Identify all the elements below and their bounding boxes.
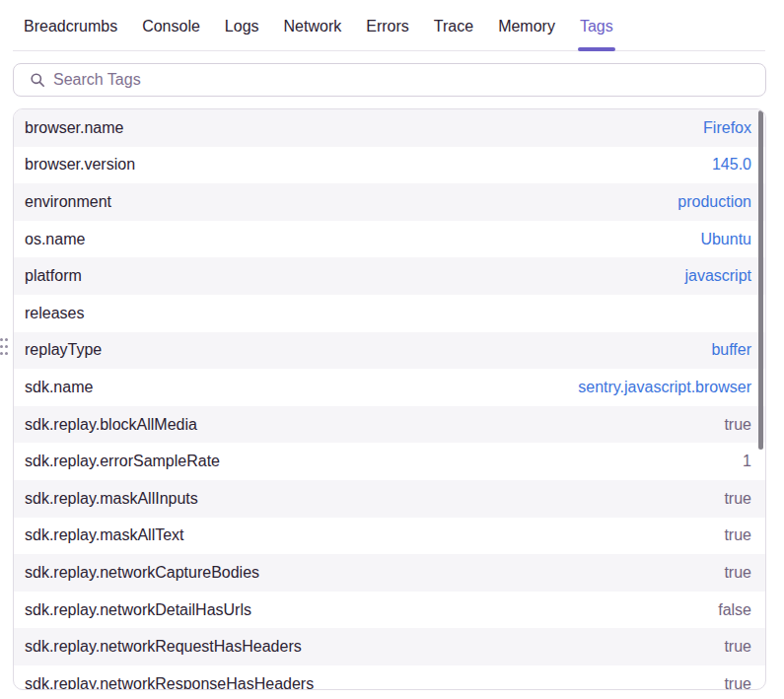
tag-key: os.name xyxy=(25,231,700,248)
tab-errors[interactable]: Errors xyxy=(366,17,409,51)
tags-table-rows: browser.name Firefox browser.version 145… xyxy=(14,109,765,690)
search-input[interactable] xyxy=(53,71,765,89)
tag-value-link[interactable]: production xyxy=(677,193,751,211)
tag-key: platform xyxy=(25,267,684,285)
drag-handle-icon[interactable] xyxy=(0,338,9,363)
tab-trace[interactable]: Trace xyxy=(434,17,473,51)
tag-value: 1 xyxy=(743,453,751,470)
table-row: replayType buffer xyxy=(14,332,765,370)
tag-key: replayType xyxy=(25,341,711,359)
tag-value-link[interactable]: Ubuntu xyxy=(700,231,751,248)
tags-table: browser.name Firefox browser.version 145… xyxy=(13,108,766,690)
tab-network[interactable]: Network xyxy=(284,17,342,51)
table-row: sdk.replay.networkResponseHasHeaders tru… xyxy=(14,665,765,690)
table-row: releases xyxy=(14,295,765,332)
scrollbar[interactable] xyxy=(758,110,763,450)
tag-key: sdk.replay.networkCaptureBodies xyxy=(25,564,724,582)
tag-value: true xyxy=(724,490,751,508)
tag-key: environment xyxy=(25,193,677,211)
tag-key: sdk.replay.networkRequestHasHeaders xyxy=(25,638,724,656)
tab-breadcrumbs[interactable]: Breadcrumbs xyxy=(24,17,117,51)
tag-value-link[interactable]: javascript xyxy=(684,267,751,285)
tag-key: browser.name xyxy=(25,119,703,137)
table-row: sdk.replay.maskAllText true xyxy=(14,518,765,555)
tab-bar: BreadcrumbsConsoleLogsNetworkErrorsTrace… xyxy=(0,0,784,51)
table-row: os.name Ubuntu xyxy=(14,221,765,258)
tag-value-link[interactable]: 145.0 xyxy=(712,156,751,174)
tag-key: sdk.replay.errorSampleRate xyxy=(25,453,743,470)
tag-key: sdk.replay.maskAllInputs xyxy=(25,490,724,508)
tag-key: sdk.replay.maskAllText xyxy=(25,526,724,544)
tag-value-link[interactable]: sentry.javascript.browser xyxy=(578,379,751,396)
tag-value: true xyxy=(724,675,751,690)
tag-value-link[interactable]: Firefox xyxy=(703,119,751,137)
table-row: sdk.replay.networkDetailHasUrls false xyxy=(14,592,765,629)
tag-key: browser.version xyxy=(25,156,712,174)
table-row: browser.name Firefox xyxy=(14,109,765,147)
tag-value: true xyxy=(724,416,751,434)
tag-value: true xyxy=(724,526,751,544)
table-row: sdk.replay.networkRequestHasHeaders true xyxy=(14,628,765,665)
tab-tags[interactable]: Tags xyxy=(580,17,613,51)
tag-value: false xyxy=(718,601,751,619)
tab-bar-divider xyxy=(13,50,765,51)
tag-key: sdk.replay.networkDetailHasUrls xyxy=(25,601,718,619)
tag-key: sdk.name xyxy=(25,379,578,396)
table-row: sdk.name sentry.javascript.browser xyxy=(14,369,765,406)
table-row: sdk.replay.blockAllMedia true xyxy=(14,406,765,444)
table-row: browser.version 145.0 xyxy=(14,147,765,184)
tag-key: sdk.replay.networkResponseHasHeaders xyxy=(25,675,724,690)
search-icon xyxy=(30,72,45,88)
tag-key: releases xyxy=(25,305,751,322)
table-row: sdk.replay.networkCaptureBodies true xyxy=(14,554,765,592)
tab-logs[interactable]: Logs xyxy=(225,17,259,51)
tag-key: sdk.replay.blockAllMedia xyxy=(25,416,724,434)
table-row: platform javascript xyxy=(14,257,765,295)
tab-console[interactable]: Console xyxy=(142,17,200,51)
tab-memory[interactable]: Memory xyxy=(498,17,555,51)
table-row: environment production xyxy=(14,183,765,221)
tag-value: true xyxy=(724,638,751,656)
search-box xyxy=(13,63,766,97)
tag-value: true xyxy=(724,564,751,582)
table-row: sdk.replay.errorSampleRate 1 xyxy=(14,443,765,480)
table-row: sdk.replay.maskAllInputs true xyxy=(14,480,765,518)
tag-value-link[interactable]: buffer xyxy=(711,341,751,359)
